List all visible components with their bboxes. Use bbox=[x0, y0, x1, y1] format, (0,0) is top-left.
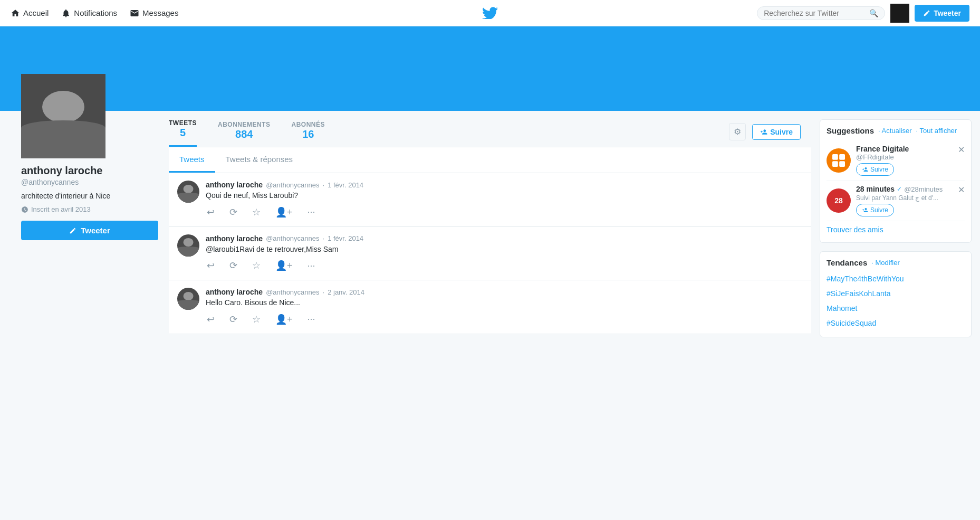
tweet-actions-3: ↩ ⟳ ☆ 👤+ ··· bbox=[206, 313, 803, 326]
follow-28min-button[interactable]: Suivre bbox=[856, 204, 894, 216]
adduser-button-2[interactable]: 👤+ bbox=[274, 259, 294, 272]
compose-icon-profile bbox=[69, 227, 76, 234]
tweet-author-3: anthony laroche bbox=[206, 288, 263, 296]
like-button-3[interactable]: ☆ bbox=[251, 313, 262, 326]
reply-button-1[interactable]: ↩ bbox=[206, 205, 216, 219]
profile-handle: @anthonycannes bbox=[21, 178, 158, 186]
stat-abonnements[interactable]: ABONNEMENTS 884 bbox=[218, 121, 271, 147]
follow-icon-28min bbox=[862, 207, 868, 213]
follow-icon-fd bbox=[862, 166, 868, 173]
find-friends-link[interactable]: Trouver des amis bbox=[827, 221, 965, 236]
tweet-handle-2: @anthonycannes bbox=[266, 234, 319, 242]
nav-messages-label: Messages bbox=[142, 8, 178, 17]
svg-rect-3 bbox=[839, 161, 845, 167]
tweets-container: anthony laroche @anthonycannes · 1 févr.… bbox=[169, 173, 811, 334]
tweets-label: TWEETS bbox=[169, 119, 197, 127]
retweet-button-3[interactable]: ⟳ bbox=[228, 313, 238, 326]
tweet-avatar-1 bbox=[177, 181, 199, 203]
tweet-time-1: 1 févr. 2014 bbox=[328, 181, 363, 189]
tweet-header-3: anthony laroche @anthonycannes · 2 janv.… bbox=[206, 288, 803, 296]
suggestion-handle-fd: @FRdigitale bbox=[856, 153, 965, 161]
right-sidebar: Suggestions · Actualiser · Tout afficher… bbox=[811, 111, 980, 354]
navbar: Accueil Notifications Messages 🔍 Tweeter bbox=[0, 0, 980, 26]
adduser-button-3[interactable]: 👤+ bbox=[274, 313, 294, 326]
tweet-1: anthony laroche @anthonycannes · 1 févr.… bbox=[169, 173, 811, 227]
tweet-dot-3: · bbox=[323, 288, 325, 296]
trend-4[interactable]: #SuicideSquad bbox=[827, 316, 965, 330]
fd-logo-icon bbox=[831, 153, 847, 168]
follow-icon bbox=[760, 128, 767, 136]
follow-button[interactable]: Suivre bbox=[752, 124, 801, 140]
follow-fd-button[interactable]: Suivre bbox=[856, 163, 894, 176]
tweet-time-3: 2 janv. 2014 bbox=[328, 288, 364, 296]
close-28min-button[interactable]: ✕ bbox=[958, 185, 965, 195]
tweet-author-2: anthony laroche bbox=[206, 234, 263, 243]
search-box: 🔍 bbox=[757, 6, 885, 20]
nav-notifications-label: Notifications bbox=[74, 8, 117, 17]
abonnes-label: ABONNÉS bbox=[292, 121, 325, 128]
profile-tweet-button[interactable]: Tweeter bbox=[21, 221, 158, 240]
twitter-bird-icon bbox=[482, 5, 498, 19]
nav-accueil-label: Accueil bbox=[23, 8, 49, 17]
retweet-button-2[interactable]: ⟳ bbox=[228, 259, 238, 272]
profile-joined: Inscrit en avril 2013 bbox=[21, 205, 158, 213]
tweet-header-1: anthony laroche @anthonycannes · 1 févr.… bbox=[206, 181, 803, 189]
svg-rect-1 bbox=[839, 154, 845, 160]
search-input[interactable] bbox=[764, 9, 869, 17]
tab-tweets-reponses[interactable]: Tweets & réponses bbox=[215, 147, 304, 173]
trend-3[interactable]: Mahomet bbox=[827, 301, 965, 316]
trend-1[interactable]: #MayThe4thBeWithYou bbox=[827, 271, 965, 286]
tweet-text-1: Qoui de neuf, Miss Laroubi? bbox=[206, 191, 803, 201]
tab-tweets[interactable]: Tweets bbox=[169, 147, 215, 173]
nav-tweet-button[interactable]: Tweeter bbox=[915, 5, 969, 22]
more-button-3[interactable]: ··· bbox=[306, 313, 316, 326]
tweet-3: anthony laroche @anthonycannes · 2 janv.… bbox=[169, 280, 811, 334]
stat-tweets[interactable]: TWEETS 5 bbox=[169, 119, 197, 147]
like-button-1[interactable]: ☆ bbox=[251, 205, 262, 219]
stats-right: ⚙ Suivre bbox=[729, 123, 811, 147]
nav-tweet-label: Tweeter bbox=[934, 9, 961, 17]
nav-messages[interactable]: Messages bbox=[130, 8, 178, 18]
tweet-tabs: Tweets Tweets & réponses bbox=[169, 147, 811, 173]
stats-bar: TWEETS 5 ABONNEMENTS 884 ABONNÉS 16 ⚙ Su… bbox=[169, 111, 811, 147]
more-button-1[interactable]: ··· bbox=[306, 205, 316, 219]
trend-2[interactable]: #SiJeFaisKohLanta bbox=[827, 286, 965, 301]
tweet-avatar-3 bbox=[177, 288, 199, 310]
close-fd-button[interactable]: ✕ bbox=[958, 145, 965, 155]
settings-button[interactable]: ⚙ bbox=[729, 123, 746, 140]
tweet-dot-1: · bbox=[323, 181, 325, 189]
profile-name: anthony laroche bbox=[21, 165, 158, 177]
more-button-2[interactable]: ··· bbox=[306, 259, 316, 272]
envelope-icon bbox=[130, 8, 139, 18]
nav-notifications[interactable]: Notifications bbox=[61, 8, 117, 18]
compose-icon bbox=[923, 10, 930, 17]
nav-left: Accueil Notifications Messages bbox=[11, 8, 178, 18]
tweet-avatar-2 bbox=[177, 234, 199, 257]
tweet-2: anthony laroche @anthonycannes · 1 févr.… bbox=[169, 227, 811, 281]
adduser-button-1[interactable]: 👤+ bbox=[274, 205, 294, 219]
suggestion-name-fd: France Digitale bbox=[856, 145, 965, 153]
tweet-actions-2: ↩ ⟳ ☆ 👤+ ··· bbox=[206, 259, 803, 272]
france-digitale-avatar bbox=[827, 148, 851, 173]
bell-icon bbox=[61, 8, 71, 18]
stat-abonnes[interactable]: ABONNÉS 16 bbox=[292, 121, 325, 147]
main-content: TWEETS 5 ABONNEMENTS 884 ABONNÉS 16 ⚙ Su… bbox=[169, 111, 811, 354]
tweet-time-2: 1 févr. 2014 bbox=[328, 234, 363, 242]
tweet-body-2: anthony laroche @anthonycannes · 1 févr.… bbox=[206, 234, 803, 273]
search-icon[interactable]: 🔍 bbox=[869, 9, 878, 17]
modifier-link[interactable]: · Modifier bbox=[871, 259, 899, 267]
profile-wrapper: anthony laroche @anthonycannes architect… bbox=[0, 111, 980, 354]
suggestion-name-row-28min: 28 minutes ✓ @28minutes bbox=[856, 185, 965, 193]
suivi-par-28min: Suivi par Yann Galut ج et d'... bbox=[856, 194, 965, 202]
tweet-body-3: anthony laroche @anthonycannes · 2 janv.… bbox=[206, 288, 803, 326]
tout-afficher-link[interactable]: · Tout afficher bbox=[916, 127, 957, 135]
suggestion-name-28min: 28 minutes bbox=[856, 185, 895, 193]
nav-accueil[interactable]: Accueil bbox=[11, 8, 49, 18]
actualiser-link[interactable]: · Actualiser bbox=[878, 127, 912, 135]
reply-button-2[interactable]: ↩ bbox=[206, 259, 216, 272]
profile-sidebar: anthony laroche @anthonycannes architect… bbox=[0, 111, 169, 354]
nav-right: 🔍 Tweeter bbox=[757, 4, 969, 23]
like-button-2[interactable]: ☆ bbox=[251, 259, 262, 272]
retweet-button-1[interactable]: ⟳ bbox=[228, 205, 238, 219]
reply-button-3[interactable]: ↩ bbox=[206, 313, 216, 326]
